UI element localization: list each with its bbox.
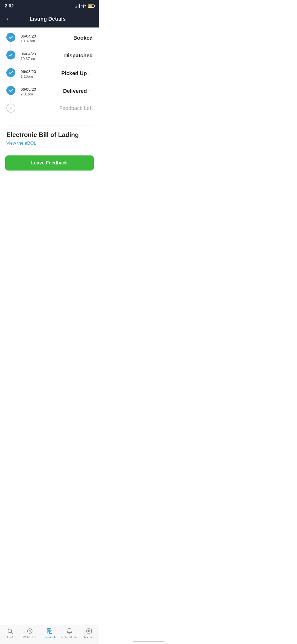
timeline-date-delivered: 06/08/20: [21, 87, 36, 91]
ebol-title: Electronic Bill of Lading: [6, 131, 93, 139]
chevron-right-icon-delivered: ›: [89, 88, 91, 94]
back-button[interactable]: ‹: [5, 15, 9, 23]
timeline-info-dispatched: 06/04/20 10:37am: [21, 50, 36, 61]
timeline-info-pickedup: 06/08/20 1:10pm: [21, 68, 36, 79]
status-bar: 2:02 ⚡: [0, 0, 99, 12]
timeline-dot-pickedup: [6, 68, 15, 77]
timeline-date-dispatched: 06/04/20: [21, 52, 36, 56]
star-icon: ☆: [9, 106, 13, 110]
signal-icon: [75, 4, 80, 8]
leave-feedback-button[interactable]: Leave Feedback: [5, 155, 94, 171]
timeline-dot-delivered: [6, 86, 15, 95]
page-title: Listing Details: [9, 16, 86, 22]
feedback-btn-container: Leave Feedback: [0, 151, 99, 175]
battery-icon: ⚡: [88, 4, 94, 8]
timeline: 06/04/20 10:37am Booked: [6, 33, 93, 119]
timeline-time-delivered: 2:01pm: [21, 92, 36, 96]
timeline-status-feedback: Feedback Left: [59, 105, 93, 111]
timeline-status-pickedup: Picked Up: [61, 70, 87, 76]
timeline-item-booked: 06/04/20 10:37am Booked: [6, 33, 93, 50]
timeline-status-dispatched: Dispatched: [64, 53, 93, 59]
timeline-info-booked: 06/04/20 10:37am: [21, 33, 36, 43]
chevron-right-icon-pickedup: ›: [89, 71, 91, 76]
ebol-section: Electronic Bill of Lading View the eBOL: [0, 131, 99, 151]
timeline-status-booked: Booked: [73, 35, 93, 41]
wifi-icon: [81, 4, 86, 8]
timeline-time-pickedup: 1:10pm: [21, 74, 36, 79]
timeline-item-delivered[interactable]: 06/08/20 2:01pm Delivered ›: [6, 86, 93, 104]
timeline-dot-booked: [6, 33, 15, 42]
timeline-item-dispatched: 06/04/20 10:37am Dispatched: [6, 50, 93, 68]
header: ‹ Listing Details: [0, 12, 99, 27]
ebol-link[interactable]: View the eBOL: [6, 141, 36, 146]
main-content: 06/04/20 10:37am Booked: [0, 27, 99, 126]
timeline-date-pickedup: 06/08/20: [21, 69, 36, 74]
status-icons: ⚡: [75, 4, 94, 8]
timeline-time-dispatched: 10:37am: [21, 57, 36, 61]
status-time: 2:02: [5, 3, 14, 9]
timeline-item-feedback: ☆ Feedback Left: [6, 104, 93, 117]
timeline-item-pickedup[interactable]: 06/08/20 1:10pm Picked Up ›: [6, 68, 93, 86]
section-divider: [6, 126, 93, 126]
timeline-status-delivered: Delivered: [63, 88, 87, 94]
timeline-info-delivered: 06/08/20 2:01pm: [21, 86, 36, 96]
timeline-dot-dispatched: [6, 50, 15, 59]
timeline-date-booked: 06/04/20: [21, 34, 36, 38]
timeline-time-booked: 10:37am: [21, 39, 36, 43]
timeline-dot-feedback: ☆: [6, 104, 15, 113]
